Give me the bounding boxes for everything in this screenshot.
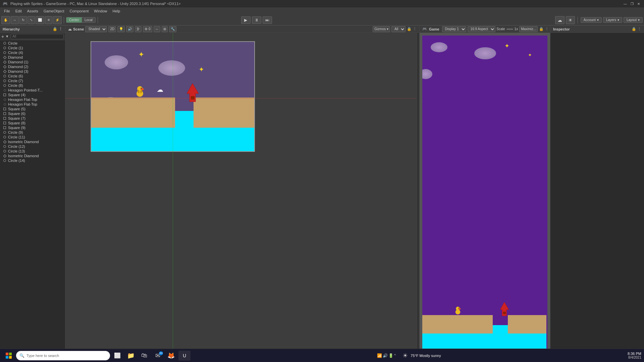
- play-button[interactable]: ▶: [241, 16, 251, 24]
- windows-search[interactable]: 🔍 Type here to search: [16, 351, 110, 360]
- hier-item-square8[interactable]: Square (8): [0, 121, 65, 125]
- scene-toggle-btn[interactable]: ⚙ 0: [143, 26, 152, 32]
- hier-item-square9[interactable]: Square (9): [0, 125, 65, 130]
- hierarchy-menu-icon[interactable]: ⋮: [59, 27, 62, 31]
- account-dropdown[interactable]: Account ▾: [581, 17, 602, 23]
- sep3: [578, 17, 578, 23]
- lighting-btn[interactable]: 💡: [117, 26, 125, 32]
- hier-item-square6[interactable]: Square (6): [0, 111, 65, 116]
- unity-icon[interactable]: U: [178, 351, 191, 361]
- hier-item-square5[interactable]: Square (5): [0, 107, 65, 111]
- shading-dropdown[interactable]: Shaded: [85, 26, 107, 32]
- battery-icon[interactable]: 🔋: [388, 353, 393, 358]
- custom-tool[interactable]: ⚡: [53, 16, 62, 24]
- hier-item-square7[interactable]: Square (7): [0, 116, 65, 121]
- gizmos-button[interactable]: Gizmos ▾: [373, 26, 390, 32]
- game-lock-icon[interactable]: 🔒: [539, 27, 544, 31]
- scene-title: Scene: [73, 27, 84, 31]
- center-button[interactable]: Center: [66, 17, 82, 22]
- hierarchy-search-input[interactable]: [11, 34, 64, 39]
- layers-dropdown[interactable]: Layers ▾: [603, 17, 622, 23]
- layout-dropdown[interactable]: Layout ▾: [624, 17, 643, 23]
- grid-btn[interactable]: ⊞: [162, 26, 168, 32]
- 2d-button[interactable]: 2D: [108, 26, 116, 32]
- file-explorer-icon[interactable]: 📁: [125, 351, 137, 361]
- clock[interactable]: 8:36 PM 8/4/2021: [628, 352, 641, 359]
- hier-item-circle1[interactable]: Circle (1): [0, 46, 65, 50]
- platform-tan-1: [91, 98, 175, 128]
- firefox-icon[interactable]: 🦊: [165, 351, 177, 361]
- hier-item-diamond2[interactable]: Diamond (2): [0, 64, 65, 69]
- hier-item-square4[interactable]: Square (4): [0, 93, 65, 97]
- snap-btn[interactable]: 🔧: [169, 26, 176, 32]
- weather-widget: ☀ 75°F Mostly sunny: [400, 352, 444, 359]
- inspector-lock-icon[interactable]: 🔒: [632, 27, 636, 31]
- network-icon[interactable]: 📶: [377, 353, 382, 358]
- inspector-menu-icon[interactable]: ⋮: [638, 27, 641, 31]
- hier-item-circle12[interactable]: Circle (12): [0, 144, 65, 149]
- hierarchy-lock-icon[interactable]: 🔒: [53, 27, 57, 31]
- hier-item-hexflat1[interactable]: ⬡Hexagon Flat-Top: [0, 97, 65, 102]
- hier-item-circle[interactable]: Circle: [0, 41, 65, 46]
- hier-item-diamond[interactable]: Diamond: [0, 55, 65, 60]
- move-tool[interactable]: ↔: [11, 16, 19, 24]
- hier-item-circle8[interactable]: Circle (8): [0, 83, 65, 88]
- local-button[interactable]: Local: [82, 17, 95, 22]
- step-button[interactable]: ⏭: [263, 16, 272, 24]
- menu-edit[interactable]: Edit: [13, 8, 24, 14]
- hier-item-circle4[interactable]: Circle (4): [0, 50, 65, 55]
- menu-window[interactable]: Window: [91, 8, 110, 14]
- hand-tool[interactable]: ✋: [1, 16, 10, 24]
- hier-item-hexflat2[interactable]: ⬡Hexagon Flat-Top: [0, 102, 65, 107]
- platform-tan-2: [194, 98, 255, 128]
- transform-tool[interactable]: ✳: [45, 16, 52, 24]
- add-hier-button[interactable]: +: [1, 34, 4, 39]
- scale-tool[interactable]: ⤡: [28, 16, 35, 24]
- task-view-button[interactable]: ⬜: [111, 351, 123, 361]
- display-dropdown[interactable]: Display 1: [442, 26, 466, 32]
- menu-assets[interactable]: Assets: [24, 8, 41, 14]
- hier-item-isodiamond1[interactable]: Isometric Diamond: [0, 139, 65, 144]
- menu-file[interactable]: File: [1, 8, 13, 14]
- menu-gameobject[interactable]: GameObject: [41, 8, 67, 14]
- hier-item-circle7[interactable]: Circle (7): [0, 78, 65, 83]
- hier-item-circle13[interactable]: Circle (13): [0, 149, 65, 154]
- start-button[interactable]: [3, 351, 15, 361]
- hier-item-diamond1[interactable]: Diamond (1): [0, 60, 65, 64]
- minimize-button[interactable]: —: [623, 1, 628, 6]
- maximize-button[interactable]: Maximiz...: [519, 26, 538, 32]
- rect-tool[interactable]: ⬜: [36, 16, 44, 24]
- volume-icon[interactable]: 🔊: [383, 353, 388, 358]
- chevron-icon[interactable]: ^: [394, 354, 396, 357]
- cloud-icon[interactable]: ☁: [555, 16, 565, 24]
- menu-component[interactable]: Component: [67, 8, 91, 14]
- hier-item-circle9[interactable]: Circle (9): [0, 130, 65, 135]
- windows-logo: [6, 353, 12, 359]
- hier-item-diamond3[interactable]: Diamond (3): [0, 69, 65, 74]
- scene-star-1: ✦: [138, 50, 144, 59]
- hier-item-circle11[interactable]: Circle (11): [0, 135, 65, 139]
- mail-icon[interactable]: ✉ 89: [152, 351, 164, 361]
- menu-help[interactable]: Help: [110, 8, 123, 14]
- scene-view-inner[interactable]: ✦ ✦ ☁: [65, 33, 417, 352]
- hidden-btn[interactable]: ↔: [154, 26, 160, 32]
- hier-item-circle6[interactable]: Circle (6): [0, 74, 65, 78]
- hier-item-circle14[interactable]: Circle (14): [0, 158, 65, 163]
- hier-item-hexpointed[interactable]: ⬡Hexagon Pointed-T...: [0, 88, 65, 93]
- lighting-icon[interactable]: ☀: [566, 16, 575, 24]
- scene-menu-icon[interactable]: ⋮: [413, 27, 417, 31]
- scene-lock-icon[interactable]: 🔒: [407, 27, 412, 31]
- rotate-tool[interactable]: ↻: [19, 16, 27, 24]
- game-menu-icon[interactable]: ⋮: [545, 27, 549, 31]
- hier-item-isodiamond2[interactable]: Isometric Diamond: [0, 154, 65, 158]
- store-icon[interactable]: 🛍: [138, 351, 150, 361]
- all-dropdown[interactable]: All: [391, 26, 406, 32]
- effects-btn[interactable]: 🌫: [135, 26, 142, 32]
- pause-button[interactable]: ⏸: [252, 16, 261, 24]
- game-ellipse-1: [431, 42, 447, 52]
- aspect-dropdown[interactable]: 16:9 Aspect: [468, 26, 495, 32]
- scene-scroll-v[interactable]: [417, 33, 419, 352]
- maximize-button[interactable]: ❐: [629, 1, 635, 6]
- close-button[interactable]: ✕: [636, 1, 641, 6]
- audio-btn[interactable]: 🔊: [126, 26, 133, 32]
